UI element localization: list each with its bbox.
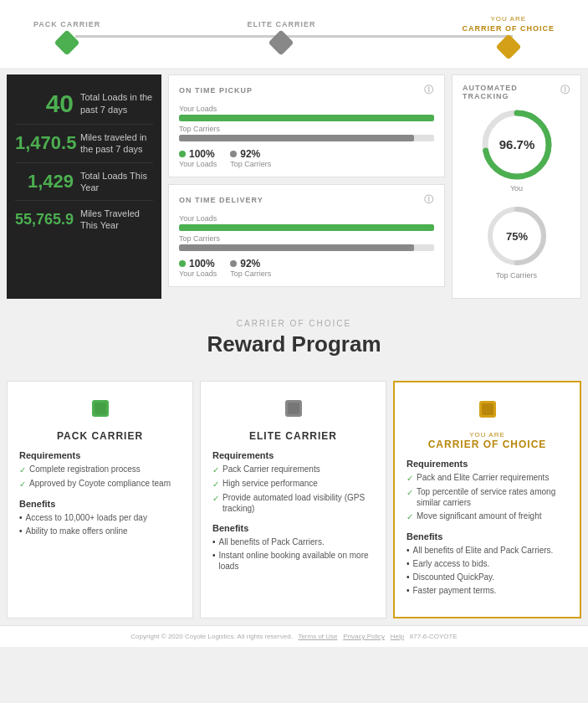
pickup-top-value: 92%	[240, 148, 260, 160]
delivery-top-carriers-bar-track	[179, 244, 434, 251]
on-time-delivery-title: ON TIME DELIVERY ⓘ	[179, 193, 434, 206]
choice-carrier-icon	[473, 394, 503, 424]
on-time-delivery-info-icon[interactable]: ⓘ	[424, 193, 434, 206]
choice-req-2: ✓ Top percentile of service rates among …	[406, 486, 568, 508]
choice-ben-3-bullet: •	[406, 572, 410, 582]
elite-requirements-list: ✓ Pack Carrier requirements ✓ High servi…	[212, 464, 374, 516]
pickup-top-stat: 92% Top Carriers	[230, 148, 271, 168]
delivery-your-sublabel: Your Loads	[179, 269, 217, 278]
pack-ben-2: • Ability to make offers online	[19, 526, 181, 536]
elite-carrier-card: ELITE CARRIER Requirements ✓ Pack Carrie…	[200, 381, 386, 618]
pickup-top-sublabel: Top Carriers	[230, 160, 271, 168]
pickup-your-sublabel: Your Loads	[179, 160, 217, 168]
main-content: 40 Total Loads in the past 7 days 1,470.…	[0, 68, 588, 305]
on-time-delivery-card: ON TIME DELIVERY ⓘ Your Loads Top Carrie…	[168, 184, 445, 287]
choice-card-title: CARRIER OF CHOICE	[428, 439, 547, 450]
automated-tracking-title: AUTOMATED TRACKING ⓘ	[463, 84, 570, 100]
pack-requirements-title: Requirements	[19, 450, 80, 460]
delivery-top-stat: 92% Top Carriers	[230, 258, 271, 278]
step-pack-dot	[54, 29, 80, 55]
choice-req-3: ✓ Move significant amount of freight	[406, 511, 568, 522]
footer-help-link[interactable]: Help	[391, 633, 404, 640]
delivery-top-carriers-bar-label: Top Carriers	[179, 234, 434, 243]
choice-ben-3: • Discounted QuickPay.	[406, 572, 568, 582]
stat-miles-year-value: 55,765.9	[15, 212, 74, 228]
reward-subtitle: CARRIER OF CHOICE	[7, 319, 581, 328]
step-pack: PACK CARRIER	[33, 20, 100, 52]
pack-benefits-list: • Access to 10,000+ loads per day • Abil…	[19, 512, 181, 539]
elite-carrier-card-title: ELITE CARRIER	[249, 430, 337, 442]
pickup-top-carriers-bar-fill	[179, 135, 414, 141]
step-elite-label: ELITE CARRIER	[247, 20, 315, 28]
elite-req-2-check: ✓	[212, 479, 219, 490]
you-donut-wrapper: 96.7% You	[463, 107, 570, 192]
choice-carrier-card: YOU ARE CARRIER OF CHOICE Requirements ✓…	[393, 381, 581, 618]
elite-req-2: ✓ High service performance	[212, 478, 374, 490]
top-carriers-donut-value: 75%	[505, 230, 527, 243]
choice-you-are: YOU ARE	[469, 431, 505, 439]
elite-benefits-title: Benefits	[212, 523, 248, 533]
pickup-your-loads-bar-track	[179, 115, 434, 121]
delivery-top-sublabel: Top Carriers	[230, 269, 271, 278]
elite-requirements-title: Requirements	[212, 450, 274, 460]
delivery-top-carriers-bar-fill	[179, 244, 414, 251]
stat-loads-year-value: 1,429	[15, 172, 74, 192]
choice-ben-4: • Faster payment terms.	[406, 585, 568, 596]
pack-carrier-card-title: PACK CARRIER	[57, 430, 143, 442]
pack-requirements-list: ✓ Complete registration process ✓ Approv…	[19, 464, 181, 492]
pickup-your-loads-bar-fill	[179, 115, 434, 121]
step-elite: ELITE CARRIER	[247, 20, 315, 52]
stat-loads-week-label: Total Loads in the past 7 days	[80, 91, 153, 115]
choice-benefits-list: • All benefits of Elite and Pack Carrier…	[406, 545, 568, 598]
carrier-progress: PACK CARRIER ELITE CARRIER YOU ARE CARRI…	[0, 0, 588, 68]
stats-panel: 40 Total Loads in the past 7 days 1,470.…	[7, 74, 161, 299]
you-donut-value: 96.7%	[499, 137, 534, 151]
stat-row-loads-week: 40 Total Loads in the past 7 days	[15, 83, 153, 125]
stat-miles-week-value: 1,470.5	[15, 133, 74, 153]
choice-requirements-title: Requirements	[406, 459, 468, 469]
cards-row: PACK CARRIER Requirements ✓ Complete reg…	[0, 381, 588, 625]
delivery-bar-stats: 100% Your Loads 92% Top Carriers	[179, 258, 434, 278]
step-elite-dot	[268, 29, 294, 55]
delivery-top-value: 92%	[240, 258, 260, 269]
delivery-your-loads-bar-fill	[179, 224, 434, 231]
pack-ben-2-bullet: •	[19, 526, 23, 536]
pack-ben-1-bullet: •	[19, 512, 23, 523]
pack-req-1: ✓ Complete registration process	[19, 464, 181, 475]
pickup-your-loads-bar-label: Your Loads	[179, 105, 434, 113]
svg-rect-5	[95, 403, 106, 414]
delivery-your-loads-bar-row: Your Loads	[179, 214, 434, 231]
pack-req-2: ✓ Approved by Coyote compliance team	[19, 478, 181, 490]
pickup-your-stat: 100% Your Loads	[179, 148, 217, 168]
choice-req-1: ✓ Pack and Elite Carrier requirements	[406, 472, 568, 484]
delivery-top-dot	[230, 260, 237, 267]
on-time-pickup-info-icon[interactable]: ⓘ	[424, 84, 434, 96]
pickup-top-dot	[230, 151, 237, 157]
on-time-pickup-title: ON TIME PICKUP ⓘ	[179, 84, 434, 96]
step-pack-label: PACK CARRIER	[33, 20, 100, 28]
delivery-your-dot	[179, 260, 186, 267]
pickup-top-carriers-bar-track	[179, 135, 434, 141]
pickup-top-carriers-bar-label: Top Carriers	[179, 125, 434, 133]
on-time-pickup-card: ON TIME PICKUP ⓘ Your Loads Top Carriers	[168, 74, 445, 177]
choice-ben-1-bullet: •	[406, 545, 410, 556]
svg-rect-9	[482, 403, 493, 415]
choice-ben-1: • All benefits of Elite and Pack Carrier…	[406, 545, 568, 556]
delivery-your-stat: 100% Your Loads	[179, 258, 217, 278]
delivery-your-value: 100%	[189, 258, 215, 269]
choice-ben-4-bullet: •	[406, 585, 410, 596]
stat-miles-week-label: Miles traveled in the past 7 days	[80, 131, 153, 156]
footer-terms-link[interactable]: Terms of Use	[298, 633, 337, 640]
step-choice-sublabel: YOU ARE	[490, 15, 526, 23]
stat-loads-week-value: 40	[15, 90, 74, 117]
stat-loads-year-label: Total Loads This Year	[80, 170, 153, 194]
elite-benefits-list: • All benefits of Pack Carriers. • Insta…	[212, 536, 374, 574]
elite-ben-2: • Instant online booking available on mo…	[212, 550, 374, 572]
choice-requirements-list: ✓ Pack and Elite Carrier requirements ✓ …	[406, 472, 568, 525]
elite-ben-1: • All benefits of Pack Carriers.	[212, 536, 374, 547]
pack-carrier-card: PACK CARRIER Requirements ✓ Complete reg…	[7, 381, 193, 618]
automated-tracking-info-icon[interactable]: ⓘ	[560, 84, 570, 100]
pickup-your-loads-bar-row: Your Loads	[179, 105, 434, 121]
delivery-your-loads-bar-label: Your Loads	[179, 214, 434, 223]
footer-privacy-link[interactable]: Privacy Policy	[343, 633, 385, 640]
